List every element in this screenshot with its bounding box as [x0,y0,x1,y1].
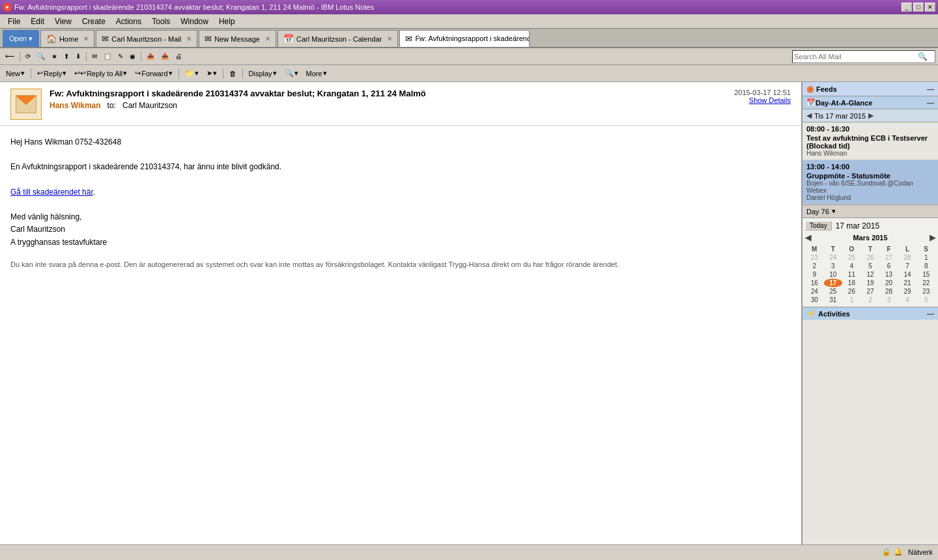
tab-new-message[interactable]: ✉ New Message ✕ [199,30,276,47]
tab-calendar-close[interactable]: ✕ [387,35,392,42]
cal-day[interactable]: 20 [879,279,898,287]
cal-day[interactable]: 14 [898,270,917,279]
folder-dropdown-icon: ▾ [195,69,199,77]
cal-day[interactable]: 25 [842,253,861,262]
cal-day[interactable]: 4 [898,296,917,304]
cal-day[interactable]: 23 [805,253,824,262]
feeds-minimize-btn[interactable]: — [927,85,934,93]
folder-button[interactable]: 📁 ▾ [182,67,202,80]
cal-day[interactable]: 23 [917,287,935,296]
cal-day[interactable]: 25 [824,287,843,296]
cal-day[interactable]: 19 [861,279,880,287]
cal-day[interactable]: 9 [805,270,824,279]
cal-day[interactable]: 3 [879,296,898,304]
forward-button[interactable]: ↪ Forward ▾ [132,67,175,80]
display-button[interactable]: Display ▾ [246,67,280,80]
feeds-label: Feeds [816,85,837,93]
cal-today[interactable]: 17 [824,279,843,287]
cal-next-btn[interactable]: ▶ [930,233,935,242]
cal-day[interactable]: 2 [805,262,824,270]
tab-calendar[interactable]: 📅 Carl Mauritzson - Calendar ✕ [277,30,398,47]
cal-day[interactable]: 29 [898,287,917,296]
tb1-edit[interactable]: ✎ [115,50,126,63]
show-details-link[interactable]: Show Details [749,96,791,104]
more-button[interactable]: More ▾ [303,67,330,80]
menu-window[interactable]: Window [175,16,214,27]
tab-new-message-close[interactable]: ✕ [265,35,270,42]
cal-day[interactable]: 13 [879,270,898,279]
menu-file[interactable]: File [3,16,25,27]
cal-day[interactable]: 4 [842,262,861,270]
today-button[interactable]: Today [805,221,832,231]
menu-create[interactable]: Create [77,16,111,27]
menu-edit[interactable]: Edit [25,16,50,27]
tb1-print[interactable]: 🖨 [173,50,184,63]
cal-day[interactable]: 24 [824,253,843,262]
cal-day[interactable]: 1 [917,253,935,262]
tb1-radio[interactable]: ◉ [127,50,138,63]
cal-day[interactable]: 2 [861,296,880,304]
menu-view[interactable]: View [50,16,77,27]
tab-home[interactable]: 🏠 Home ✕ [40,30,94,47]
cal-day[interactable]: 26 [842,287,861,296]
dag-next-btn[interactable]: ▶ [868,111,874,120]
tab-mail-close[interactable]: ✕ [186,35,192,42]
cal-day[interactable]: 27 [879,253,898,262]
tb1-search[interactable]: 🔍 [35,50,48,63]
tb1-back[interactable]: ⟵ [3,50,17,63]
search-toolbar-button[interactable]: 🔍 ▾ [281,67,302,80]
tb1-copy[interactable]: 📋 [101,50,114,63]
cal-day[interactable]: 15 [917,270,935,279]
tb1-export[interactable]: 📤 [144,50,157,63]
menu-actions[interactable]: Actions [111,16,147,27]
cal-day[interactable]: 1 [842,296,861,304]
cal-day[interactable]: 30 [805,296,824,304]
tb1-down[interactable]: ⬇ [73,50,83,63]
activities-minimize-btn[interactable]: — [927,310,934,318]
send-button[interactable]: ➤ ▾ [203,67,220,80]
cal-prev-btn[interactable]: ◀ [805,233,811,242]
tb1-up[interactable]: ⬆ [61,50,72,63]
cal-day[interactable]: 7 [898,262,917,270]
cal-day[interactable]: 28 [898,253,917,262]
cal-day[interactable]: 12 [861,270,880,279]
maximize-btn[interactable]: □ [913,3,924,12]
cal-day[interactable]: 6 [879,262,898,270]
cal-day[interactable]: 28 [879,287,898,296]
tb1-refresh[interactable]: ⟳ [23,50,33,63]
cal-day[interactable]: 10 [824,270,843,279]
cal-day[interactable]: 3 [824,262,843,270]
cal-day[interactable]: 5 [861,262,880,270]
cal-day[interactable]: 11 [842,270,861,279]
tb1-star[interactable]: ★ [49,50,60,63]
close-btn[interactable]: ✕ [925,3,935,12]
cal-day[interactable]: 22 [917,279,935,287]
new-button[interactable]: New ▾ [3,67,28,80]
dag-minimize-btn[interactable]: — [927,99,934,107]
tab-fw-email[interactable]: ✉ Fw: Avfuktningsrapport i skadeärend...… [399,30,530,47]
email-link[interactable]: Gå till skadeärendet här [10,188,93,197]
menu-tools[interactable]: Tools [147,16,175,27]
cal-day[interactable]: 24 [805,287,824,296]
dag-prev-btn[interactable]: ◀ [806,111,812,120]
search-input[interactable] [794,53,918,61]
cal-day[interactable]: 5 [917,296,935,304]
cal-day[interactable]: 16 [805,279,824,287]
cal-day[interactable]: 27 [861,287,880,296]
minimize-btn[interactable]: _ [902,3,912,12]
tab-open[interactable]: Open ▾ [3,30,39,47]
tb1-import[interactable]: 📥 [158,50,171,63]
cal-day[interactable]: 21 [898,279,917,287]
day76-dropdown-icon[interactable]: ▾ [832,207,836,216]
cal-day[interactable]: 26 [861,253,880,262]
tab-mail[interactable]: ✉ Carl Mauritzson - Mail ✕ [96,30,197,47]
menu-help[interactable]: Help [214,16,240,27]
cal-day[interactable]: 8 [917,262,935,270]
reply-button[interactable]: ↩ Reply ▾ [34,67,70,80]
delete-button[interactable]: 🗑 [226,67,240,80]
reply-all-button[interactable]: ↩↩ Reply to All ▾ [71,67,130,80]
tab-home-close[interactable]: ✕ [83,35,89,42]
cal-day[interactable]: 18 [842,279,861,287]
cal-day[interactable]: 31 [824,296,843,304]
tb1-mail[interactable]: ✉ [89,50,100,63]
